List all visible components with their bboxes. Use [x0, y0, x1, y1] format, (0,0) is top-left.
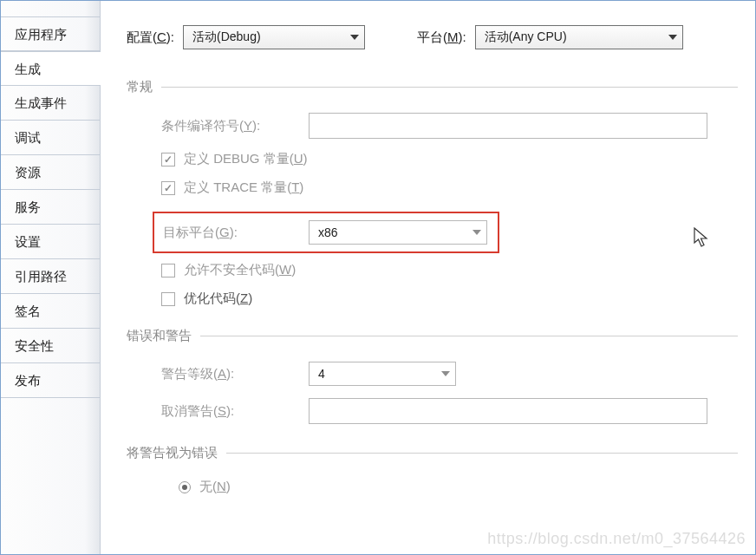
suppress-warnings-row: 取消警告(S): [127, 398, 738, 424]
conditional-symbols-row: 条件编译符号(Y): [127, 113, 738, 139]
divider [200, 336, 738, 336]
treat-none-row: 无(N) [127, 479, 738, 495]
config-combo[interactable]: 活动(Debug) [183, 25, 365, 49]
conditional-symbols-label: 条件编译符号(Y): [161, 118, 309, 134]
config-label: 配置(C): [127, 29, 174, 46]
define-debug-row: 定义 DEBUG 常量(U) [127, 151, 738, 167]
warning-level-label: 警告等级(A): [161, 366, 309, 382]
tab-services[interactable]: 服务 [1, 190, 100, 225]
optimize-label: 优化代码(Z) [184, 291, 252, 307]
treat-none-label: 无(N) [199, 479, 231, 495]
tab-reference-paths[interactable]: 引用路径 [1, 259, 100, 294]
section-warnings-header: 错误和警告 [127, 328, 738, 344]
define-trace-checkbox[interactable] [161, 181, 175, 195]
tab-build-events[interactable]: 生成事件 [1, 86, 100, 121]
platform-label: 平台(M): [417, 29, 466, 46]
section-general-label: 常规 [127, 79, 153, 95]
platform-value: 活动(Any CPU) [485, 29, 567, 45]
warning-level-value: 4 [318, 367, 325, 381]
tab-settings[interactable]: 设置 [1, 225, 100, 259]
build-panel: 配置(C): 活动(Debug) 平台(M): 活动(Any CPU) 常规 条… [101, 1, 755, 554]
optimize-checkbox[interactable] [161, 292, 175, 306]
divider [161, 87, 738, 88]
target-platform-value: x86 [318, 225, 338, 239]
optimize-row: 优化代码(Z) [127, 291, 738, 307]
divider [226, 453, 738, 454]
allow-unsafe-checkbox[interactable] [161, 264, 175, 278]
treat-none-radio[interactable] [179, 481, 191, 493]
warning-level-combo[interactable]: 4 [309, 362, 456, 386]
define-debug-checkbox[interactable] [161, 153, 175, 166]
suppress-warnings-input[interactable] [309, 398, 707, 424]
define-trace-label: 定义 TRACE 常量(T) [184, 180, 303, 196]
allow-unsafe-label: 允许不安全代码(W) [184, 262, 296, 278]
allow-unsafe-row: 允许不安全代码(W) [127, 262, 738, 278]
chevron-down-icon [350, 35, 359, 40]
chevron-down-icon [472, 230, 481, 235]
config-value: 活动(Debug) [192, 29, 261, 45]
section-treat-label: 将警告视为错误 [127, 445, 218, 461]
section-general-header: 常规 [127, 79, 738, 95]
target-platform-highlight: 目标平台(G): x86 [153, 212, 499, 253]
platform-combo[interactable]: 活动(Any CPU) [475, 25, 683, 49]
tab-signing[interactable]: 签名 [1, 294, 100, 329]
conditional-symbols-input[interactable] [309, 113, 707, 139]
section-treat-header: 将警告视为错误 [127, 445, 738, 461]
target-platform-label: 目标平台(G): [161, 225, 309, 241]
chevron-down-icon [668, 35, 677, 40]
config-platform-row: 配置(C): 活动(Debug) 平台(M): 活动(Any CPU) [127, 25, 738, 49]
tab-resources[interactable]: 资源 [1, 155, 100, 190]
warning-level-row: 警告等级(A): 4 [127, 362, 738, 386]
tab-publish[interactable]: 发布 [1, 363, 100, 398]
tab-security[interactable]: 安全性 [1, 329, 100, 363]
tab-application[interactable]: 应用程序 [1, 16, 100, 51]
suppress-warnings-label: 取消警告(S): [161, 403, 309, 420]
properties-sidebar: 应用程序 生成 生成事件 调试 资源 服务 设置 引用路径 签名 安全性 发布 [1, 1, 101, 554]
define-debug-label: 定义 DEBUG 常量(U) [184, 151, 308, 167]
tab-debug[interactable]: 调试 [1, 121, 100, 155]
chevron-down-icon [441, 371, 450, 376]
define-trace-row: 定义 TRACE 常量(T) [127, 180, 738, 196]
tab-build[interactable]: 生成 [1, 51, 101, 86]
target-platform-combo[interactable]: x86 [309, 220, 487, 245]
section-warnings-label: 错误和警告 [127, 328, 192, 344]
